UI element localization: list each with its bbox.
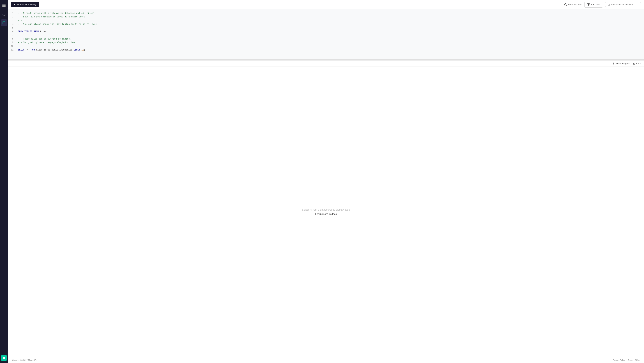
run-button-label: Run (Shift + Enter) bbox=[16, 3, 36, 6]
database-nav-item[interactable] bbox=[1, 20, 7, 26]
line-number: 1 bbox=[10, 12, 14, 15]
learning-hub-button[interactable]: Learning Hub bbox=[564, 3, 582, 6]
line-numbers: 1 2 3 4 5 6 7 8 9 10 11 bbox=[8, 9, 15, 59]
line-number: 4 bbox=[10, 22, 14, 26]
line-number: 7 bbox=[10, 34, 14, 37]
help-circle-icon bbox=[564, 3, 567, 6]
toolbar-right: Learning Hub Add data bbox=[564, 2, 641, 8]
code-line-3: --- bbox=[18, 19, 641, 22]
line-number: 10 bbox=[10, 44, 14, 48]
results-empty-state: Select * From a datasource to display ta… bbox=[8, 66, 644, 357]
line-number: 9 bbox=[10, 41, 14, 44]
line-number: 2 bbox=[10, 15, 14, 19]
database-plug-icon bbox=[2, 21, 6, 24]
toolbar-left: Run (Shift + Enter) bbox=[11, 2, 39, 7]
logo-icon bbox=[2, 356, 6, 360]
add-data-icon bbox=[587, 3, 590, 6]
code-line-4: --- You can always check the list tables… bbox=[18, 22, 641, 26]
results-section: Data Insights CSV Select * From a dataso… bbox=[8, 61, 644, 357]
terms-of-use-link[interactable]: Terms of Use bbox=[628, 359, 640, 361]
svg-point-9 bbox=[608, 4, 610, 5]
toolbar: Run (Shift + Enter) Learning Hub bbox=[8, 0, 644, 9]
code-line-7 bbox=[18, 34, 641, 37]
learning-hub-label: Learning Hub bbox=[568, 3, 582, 6]
code-line-9: --- You just uploaded large_scale_indust… bbox=[18, 41, 641, 44]
results-empty-message: Select * From a datasource to display ta… bbox=[302, 208, 350, 211]
line-number: 11 bbox=[10, 48, 14, 52]
line-number: 8 bbox=[10, 37, 14, 41]
copyright-text: Copyright © 2022 MindsDB. bbox=[12, 359, 37, 361]
code-line-2: --- Each file you uploaded is saved as a… bbox=[18, 15, 641, 19]
code-editor-nav-item[interactable] bbox=[1, 12, 7, 18]
search-icon bbox=[608, 4, 610, 6]
bar-chart-icon bbox=[612, 62, 615, 65]
line-number: 6 bbox=[10, 30, 14, 34]
code-line-6: SHOW TABLES FROM files; bbox=[18, 30, 641, 34]
sidebar bbox=[0, 0, 8, 363]
search-box[interactable] bbox=[605, 2, 641, 7]
svg-line-10 bbox=[609, 5, 610, 6]
main-container: Run (Shift + Enter) Learning Hub bbox=[8, 0, 644, 363]
code-line-8: --- These files can be queried as tables… bbox=[18, 37, 641, 41]
learn-more-link[interactable]: Learn more in docs bbox=[315, 212, 337, 216]
editor-section: 1 2 3 4 5 6 7 8 9 10 11 --- MindsDB ship… bbox=[8, 9, 644, 60]
play-icon bbox=[14, 4, 15, 6]
code-line-10 bbox=[18, 44, 641, 48]
csv-button[interactable]: CSV bbox=[632, 62, 641, 65]
add-data-button[interactable]: Add data bbox=[584, 2, 603, 8]
sidebar-bottom bbox=[1, 355, 7, 361]
code-icon bbox=[2, 13, 6, 16]
add-data-label: Add data bbox=[591, 3, 600, 6]
code-line-11: SELECT * FROM files.large_scale_industri… bbox=[18, 48, 641, 52]
search-input[interactable] bbox=[611, 4, 639, 6]
svg-point-1 bbox=[3, 357, 5, 359]
download-icon bbox=[632, 62, 635, 65]
privacy-policy-link[interactable]: Privacy Policy bbox=[613, 359, 625, 361]
mindsdb-logo bbox=[1, 355, 7, 361]
csv-label: CSV bbox=[636, 62, 641, 65]
results-toolbar: Data Insights CSV bbox=[8, 61, 644, 66]
data-insights-label: Data Insights bbox=[616, 62, 630, 65]
run-button[interactable]: Run (Shift + Enter) bbox=[11, 2, 39, 7]
line-number: 5 bbox=[10, 26, 14, 30]
code-line-1: --- MindsDB ships with a filesystem data… bbox=[18, 12, 641, 15]
code-editor[interactable]: --- MindsDB ships with a filesystem data… bbox=[15, 9, 644, 59]
svg-point-0 bbox=[3, 22, 5, 22]
line-number: 3 bbox=[10, 19, 14, 22]
footer-links: Privacy Policy Terms of Use bbox=[613, 359, 640, 361]
menu-button[interactable] bbox=[1, 2, 7, 9]
data-insights-button[interactable]: Data Insights bbox=[612, 62, 630, 65]
code-line-5 bbox=[18, 26, 641, 30]
footer: Copyright © 2022 MindsDB. Privacy Policy… bbox=[8, 357, 644, 363]
